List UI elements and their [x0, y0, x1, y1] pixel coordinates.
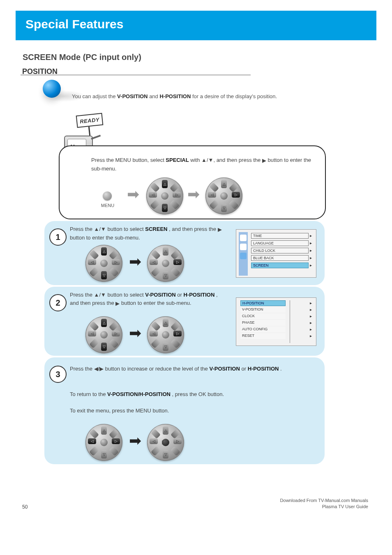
s2-end: button to enter the sub-menu. [121, 300, 191, 306]
dpad-up[interactable]: △ [101, 319, 107, 327]
osd-row: CHILD LOCK [251, 248, 309, 253]
page-number: 50 [22, 504, 28, 510]
caret-right-icon: ▸ [310, 256, 312, 260]
dpad-ok[interactable] [100, 331, 108, 339]
dpad-down[interactable]: ▽ [162, 204, 168, 212]
tv-icon [240, 235, 247, 241]
dpad-down[interactable]: ▽ [163, 450, 168, 458]
dpad-up[interactable]: △ [162, 180, 168, 188]
caret-right-icon: ▸ [310, 320, 312, 325]
step-1-text: Press the ▲/▼ button to select SCREEN , … [70, 225, 224, 242]
dpad-right[interactable]: ▷ [112, 438, 120, 444]
arrow-right-icon: ➡ [129, 432, 141, 449]
s2-bold-b: H-POSITION [183, 292, 214, 298]
s3a-bold-b: H-POSITION [248, 366, 279, 372]
header-subtitle: SCREEN Mode (PC input only) [23, 53, 141, 62]
dpad-down[interactable]: ▽ [163, 271, 168, 279]
dpad-right[interactable]: ▷ [112, 259, 120, 265]
dpad-right[interactable]: ▷ [173, 331, 182, 336]
sp-special: SPECIAL [166, 157, 189, 163]
osd-row-selected: H-POSITION [240, 300, 286, 306]
dpad-ok[interactable] [162, 260, 169, 267]
osd-row: TIME [251, 233, 309, 239]
dpad-right[interactable]: ▷ [232, 192, 240, 198]
dpad-up[interactable]: △ [221, 180, 227, 188]
section-heading: POSITION [22, 67, 58, 76]
header-title: Special Features [25, 17, 123, 31]
caret-right-icon: ▸ [310, 233, 312, 238]
dpad[interactable]: △ ▽ ◁ ▷ [85, 424, 122, 461]
dpad-left[interactable]: ◁ [88, 438, 96, 444]
dpad-left[interactable]: ◁ [88, 331, 96, 336]
osd-preview-1: TIME▸ LANGUAGE▸ CHILD LOCK▸ BLUE BACK▸ S… [236, 229, 316, 278]
dpad-down[interactable]: ▽ [101, 450, 107, 458]
dpad-left[interactable]: ◁ [150, 259, 158, 265]
menu-button[interactable] [103, 191, 112, 200]
dpad-down[interactable]: ▽ [163, 343, 168, 351]
footer-line2: Plasma TV User Guide [280, 504, 368, 510]
dpad-up[interactable]: △ [163, 426, 168, 435]
footer-line1: Downloaded From TV-Manual.com Manuals [280, 497, 368, 504]
dpad-ok[interactable] [161, 192, 168, 200]
section-intro: You can adjust the V-POSITION and H-POSI… [72, 92, 294, 101]
dpad-right[interactable]: ▷ [112, 331, 120, 336]
osd-row: BLUE BACK [251, 255, 309, 261]
s2-pre: Press the ▲/▼ button to select [70, 292, 145, 298]
s2-bold-a: V-POSITION [145, 292, 175, 298]
s1-end: button to enter the sub-menu. [70, 235, 140, 241]
s1-pre: Press the ▲/▼ button to select [70, 226, 145, 232]
dpad-left[interactable]: ◁ [208, 192, 216, 198]
dpad[interactable]: △ ▽ ◁ ▷ [147, 245, 184, 282]
osd-row: PHASE [240, 320, 286, 326]
step-2-circle: 2 [49, 294, 67, 311]
caret-right-icon: ▸ [310, 241, 312, 245]
dpad-right[interactable]: ▷ [173, 259, 182, 265]
dpad-up[interactable]: △ [101, 247, 107, 256]
step-2-text: Press the ▲/▼ button to select V-POSITIO… [70, 291, 224, 308]
dpad[interactable]: △ ▽ ◁ ▷ [85, 316, 122, 353]
dpad[interactable]: △ ▽ ◁ ▷ [205, 177, 242, 214]
caret-right-icon: ▸ [310, 301, 312, 305]
s1-bold: SCREEN [145, 226, 167, 232]
step-3-text-block-3: To exit the menu, press the MENU button. [70, 407, 316, 415]
dpad-down[interactable]: ▽ [221, 204, 227, 212]
dpad-left[interactable]: ◁ [150, 331, 158, 336]
s3a-pre: Press the ◀/▶ button to increase or redu… [70, 366, 209, 372]
arrow-right-icon: ➡ [187, 186, 200, 203]
dpad-ok[interactable] [162, 331, 169, 339]
step-1-circle: 1 [49, 228, 67, 246]
dpad[interactable]: △ ▽ ◁ ▷ [146, 177, 183, 214]
dpad-up[interactable]: △ [163, 247, 168, 256]
dpad[interactable]: △ ▽ ◁ ▷ [85, 245, 122, 282]
dpad-up[interactable]: △ [163, 319, 168, 327]
s3a-end: . [280, 366, 282, 372]
step-3-text-block-2: To return to the V-POSITION/H-POSITION ,… [70, 390, 316, 398]
dpad-down[interactable]: ▽ [101, 271, 107, 279]
dpad-ok[interactable] [220, 192, 228, 200]
dpad-left[interactable]: ◁ [88, 259, 96, 265]
s3b-pre: To return to the [70, 391, 107, 397]
dpad[interactable]: △ ▽ ◁ ▷ [147, 316, 184, 353]
arrow-right-icon: ➡ [129, 325, 141, 342]
footer-guide: Downloaded From TV-Manual.com Manuals Pl… [280, 497, 368, 510]
intro-v: V-POSITION [117, 93, 148, 99]
dpad-left[interactable]: ◁ [150, 438, 158, 444]
dpad[interactable]: △ ▽ ◁ ▷ □ [147, 424, 184, 461]
dpad-right[interactable]: ▷ [173, 438, 182, 444]
intro-pre: You can adjust the [72, 93, 117, 99]
dpad-up[interactable]: △ [101, 426, 107, 435]
dpad-left[interactable]: ◁ [149, 192, 157, 198]
dpad-ok[interactable]: □ [162, 439, 169, 446]
dpad-right[interactable]: ▷ [173, 192, 181, 198]
dpad-down[interactable]: ▽ [101, 343, 107, 351]
osd-row: LANGUAGE [251, 240, 309, 246]
caret-right-icon: ▸ [310, 314, 312, 318]
speaker-icon [240, 244, 247, 250]
dpad-ok[interactable] [100, 439, 108, 446]
dpad-ok[interactable] [100, 260, 108, 267]
intro-h: H-POSITION [159, 93, 191, 99]
s1-mid: , and then press the [169, 226, 218, 232]
osd-row: AUTO CONFIG [240, 327, 286, 332]
s3b-bold: V-POSITION/H-POSITION [107, 391, 171, 397]
caret-right-icon: ▸ [310, 307, 312, 312]
